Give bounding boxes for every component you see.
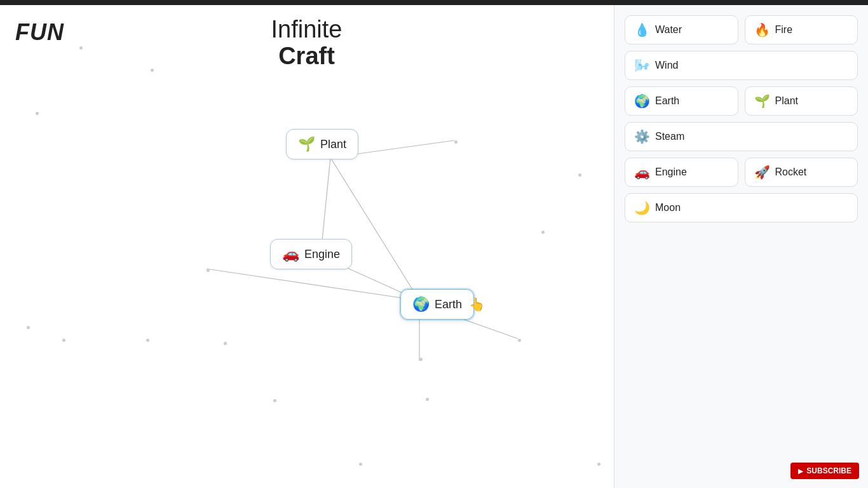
- sidebar: 💧 Water 🔥 Fire 🌬️ Wind 🌍 Earth 🌱 Plant ⚙…: [614, 5, 868, 488]
- dot: [454, 140, 458, 144]
- steam-label: Steam: [655, 131, 684, 142]
- svg-line-6: [207, 269, 419, 301]
- engine-emoji: 🚗: [282, 246, 299, 262]
- sidebar-item-wind[interactable]: 🌬️ Wind: [625, 51, 858, 80]
- title-craft: Craft: [271, 43, 342, 70]
- dot: [151, 69, 154, 72]
- earth-label: Earth: [435, 298, 462, 311]
- dot: [207, 269, 210, 272]
- sidebar-row-3: 🌍 Earth 🌱 Plant: [625, 86, 858, 116]
- earth-sidebar-emoji: 🌍: [634, 93, 650, 109]
- cursor-hand: 👆: [469, 297, 485, 312]
- dot: [36, 112, 39, 115]
- sidebar-item-plant[interactable]: 🌱 Plant: [745, 86, 858, 116]
- dot: [273, 399, 276, 402]
- canvas-area: FUN Infinite Craft 🌱 Plant 🚗 Engine: [0, 5, 613, 488]
- fire-emoji: 🔥: [754, 22, 770, 37]
- sidebar-item-water[interactable]: 💧 Water: [625, 15, 738, 44]
- dot: [359, 463, 362, 466]
- sidebar-row-5: 🚗 Engine 🚀 Rocket: [625, 158, 858, 187]
- engine-sidebar-label: Engine: [655, 166, 687, 178]
- dot: [79, 46, 83, 50]
- moon-label: Moon: [655, 202, 681, 214]
- engine-sidebar-emoji: 🚗: [634, 165, 650, 180]
- dot: [518, 339, 521, 342]
- plant-sidebar-emoji: 🌱: [754, 93, 770, 109]
- sidebar-item-moon[interactable]: 🌙 Moon: [625, 193, 858, 222]
- sidebar-row-1: 💧 Water 🔥 Fire: [625, 15, 858, 44]
- sidebar-row-6: 🌙 Moon: [625, 193, 858, 222]
- fire-label: Fire: [775, 24, 793, 36]
- sidebar-row-2: 🌬️ Wind: [625, 51, 858, 80]
- wind-label: Wind: [655, 60, 678, 71]
- sidebar-item-steam[interactable]: ⚙️ Steam: [625, 122, 858, 151]
- plant-label: Plant: [320, 138, 346, 151]
- wind-emoji: 🌬️: [634, 58, 650, 73]
- dot: [419, 358, 423, 361]
- sidebar-row-4: ⚙️ Steam: [625, 122, 858, 151]
- plant-emoji: 🌱: [298, 136, 315, 152]
- earth-emoji: 🌍: [412, 296, 430, 313]
- node-plant[interactable]: 🌱 Plant: [286, 129, 358, 159]
- node-engine[interactable]: 🚗 Engine: [270, 239, 352, 269]
- moon-emoji: 🌙: [634, 200, 650, 215]
- plant-sidebar-label: Plant: [775, 95, 798, 107]
- title-area: Infinite Craft: [271, 17, 342, 70]
- water-emoji: 💧: [634, 22, 650, 37]
- svg-line-1: [330, 158, 419, 301]
- earth-sidebar-label: Earth: [655, 95, 679, 107]
- rocket-label: Rocket: [775, 166, 807, 178]
- dot: [597, 463, 600, 466]
- sidebar-item-earth[interactable]: 🌍 Earth: [625, 86, 738, 116]
- sidebar-item-rocket[interactable]: 🚀 Rocket: [745, 158, 858, 187]
- dot: [62, 339, 65, 342]
- dot: [224, 342, 227, 345]
- steam-emoji: ⚙️: [634, 129, 650, 144]
- sidebar-item-fire[interactable]: 🔥 Fire: [745, 15, 858, 44]
- engine-label: Engine: [304, 248, 340, 261]
- fun-label: FUN: [15, 19, 64, 46]
- dot: [426, 398, 429, 401]
- subscribe-button[interactable]: SUBSCRIBE: [790, 463, 859, 479]
- dot: [146, 339, 149, 342]
- water-label: Water: [655, 24, 682, 36]
- node-earth[interactable]: 🌍 Earth 👆: [400, 289, 474, 320]
- title-infinite: Infinite: [271, 17, 342, 43]
- top-bar: [0, 0, 868, 5]
- dot: [27, 326, 30, 329]
- sidebar-item-engine[interactable]: 🚗 Engine: [625, 158, 738, 187]
- dot: [541, 231, 545, 234]
- rocket-emoji: 🚀: [754, 165, 770, 180]
- dot: [578, 173, 581, 177]
